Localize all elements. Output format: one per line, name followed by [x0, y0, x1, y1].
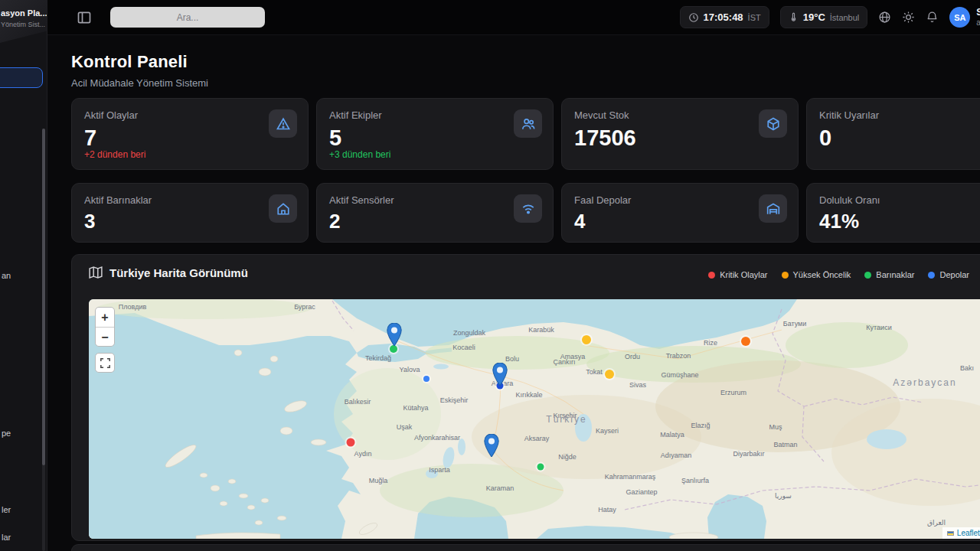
next-section-card-edge — [71, 544, 980, 551]
legend-dot-orange — [782, 272, 789, 279]
stat-label: Kritik Uyarılar — [819, 109, 980, 121]
map-dot-marker[interactable] — [582, 335, 591, 344]
stat-label: Aktif Olaylar — [84, 109, 296, 121]
leaflet-link[interactable]: Leaflet — [957, 529, 980, 537]
map-dot-marker[interactable] — [537, 464, 544, 471]
app-subtitle-fragment: Yönetim Sist... — [1, 21, 45, 28]
legend-item-depolar: Depolar — [928, 270, 969, 279]
clock-icon — [688, 12, 699, 23]
sidebar-scrollbar-thumb[interactable] — [42, 129, 45, 465]
legend-item-yuksek: Yüksek Öncelik — [782, 270, 851, 279]
map-icon — [89, 266, 103, 279]
clock-widget: 17:05:48 İST — [680, 6, 769, 28]
stat-value: 5 — [329, 126, 541, 151]
user-menu[interactable]: SA System admin — [949, 7, 980, 28]
stat-label: Aktif Barınaklar — [84, 194, 296, 206]
shelter-home-icon — [269, 194, 297, 223]
users-icon — [514, 109, 542, 138]
map-tiles — [89, 299, 980, 539]
stat-cards-grid: Aktif Olaylar 7 +2 dünden beri Aktif Eki… — [71, 98, 980, 243]
zoom-out-button[interactable]: − — [96, 328, 114, 347]
user-role: admin — [976, 18, 980, 28]
stat-value: 0 — [819, 126, 980, 151]
map-pin-marker[interactable] — [483, 434, 500, 457]
stat-value: 2 — [329, 210, 541, 233]
stat-label: Aktif Ekipler — [329, 109, 541, 121]
zoom-in-button[interactable]: + — [96, 308, 114, 328]
stat-value: 17506 — [574, 126, 786, 151]
theme-sun-icon[interactable] — [902, 11, 915, 24]
sidebar-item-label-fragment[interactable]: an — [2, 271, 11, 280]
stat-card-aktif-sensorler: Aktif Sensörler 2 — [316, 183, 554, 243]
stat-delta: +2 dünden beri — [84, 149, 145, 160]
map-dot-marker[interactable] — [423, 376, 430, 382]
stat-label: Faal Depolar — [574, 194, 786, 206]
legend-item-barinaklar: Barınaklar — [864, 270, 914, 279]
map-pin-marker[interactable] — [386, 323, 403, 346]
search-input[interactable] — [110, 7, 265, 28]
alert-triangle-icon — [269, 109, 297, 138]
stat-value: 7 — [84, 126, 296, 151]
weather-temp: 19°C — [803, 11, 825, 23]
map-dot-marker[interactable] — [605, 370, 614, 379]
leaflet-map[interactable]: TekirdağKocaeliYalovaZonguldakKarabükBol… — [89, 299, 980, 539]
sidebar-item-label-fragment[interactable]: lar — [2, 533, 11, 542]
stat-card-aktif-barinaklar: Aktif Barınaklar 3 — [71, 183, 309, 243]
user-name: System — [976, 7, 980, 18]
page-subtitle: Acil Müdahale Yönetim Sistemi — [71, 77, 980, 89]
notifications-bell-icon[interactable] — [926, 11, 939, 24]
stat-delta: +3 dünden beri — [329, 149, 390, 160]
map-dot-marker[interactable] — [741, 337, 750, 346]
wifi-signal-icon — [514, 194, 542, 223]
map-dot-marker[interactable] — [347, 439, 355, 447]
weather-city: İstanbul — [830, 13, 860, 22]
main-content: Kontrol Paneli Acil Müdahale Yönetim Sis… — [47, 35, 980, 551]
avatar[interactable]: SA — [949, 7, 970, 28]
stat-label: Doluluk Oranı — [819, 194, 980, 206]
map-attribution: Leaflet | © OpenStreetMap — [942, 527, 980, 539]
stat-card-aktif-olaylar: Aktif Olaylar 7 +2 dünden beri — [71, 98, 309, 170]
sidebar-item-label-fragment[interactable]: ler — [2, 505, 11, 514]
stat-value: 4 — [574, 210, 786, 233]
legend-item-kritik: Kritik Olaylar — [708, 270, 767, 279]
map-zoom-control: + − — [95, 307, 115, 347]
stat-label: Mevcut Stok — [574, 109, 786, 121]
app-title-fragment: asyon Pla... — [1, 8, 47, 18]
stat-card-doluluk-orani: Doluluk Oranı 41% — [806, 183, 980, 243]
fullscreen-button[interactable] — [95, 353, 115, 373]
sidebar: asyon Pla... Yönetim Sist... anpelerlar — [0, 0, 47, 551]
weather-widget: 19°C İstanbul — [780, 6, 868, 28]
sidebar-toggle-icon[interactable] — [77, 10, 92, 25]
stat-value: 41% — [819, 210, 980, 233]
flag-icon — [947, 531, 954, 536]
map-dot-marker[interactable] — [390, 345, 397, 353]
stat-card-faal-depolar: Faal Depolar 4 — [561, 183, 799, 243]
timezone-label: İST — [748, 13, 761, 22]
page-title: Kontrol Paneli — [71, 52, 980, 72]
sidebar-item-label-fragment[interactable]: pe — [2, 429, 11, 438]
topbar: 17:05:48 İST 19°C İstanbul SA System adm… — [47, 0, 980, 35]
stat-label: Aktif Sensörler — [329, 194, 541, 206]
sidebar-item-active[interactable] — [0, 67, 43, 88]
legend-dot-red — [708, 272, 715, 279]
stat-value: 3 — [84, 210, 296, 233]
legend-dot-green — [864, 272, 871, 279]
map-legend: Kritik Olaylar Yüksek Öncelik Barınaklar… — [708, 270, 969, 279]
language-globe-icon[interactable] — [878, 11, 891, 24]
package-icon — [759, 109, 787, 138]
stat-card-aktif-ekipler: Aktif Ekipler 5 +3 dünden beri — [316, 98, 554, 170]
stat-card-mevcut-stok: Mevcut Stok 17506 — [561, 98, 799, 170]
map-pin-marker[interactable] — [492, 363, 508, 386]
warehouse-icon — [759, 194, 787, 223]
legend-dot-blue — [928, 272, 935, 279]
map-section-title: Türkiye Harita Görünümü — [109, 266, 248, 279]
thermometer-icon — [789, 12, 799, 22]
stat-card-kritik-uyarilar: Kritik Uyarılar 0 — [806, 98, 980, 170]
time-value: 17:05:48 — [704, 11, 743, 23]
map-card: Türkiye Harita Görünümü Kritik Olaylar Y… — [71, 254, 980, 541]
